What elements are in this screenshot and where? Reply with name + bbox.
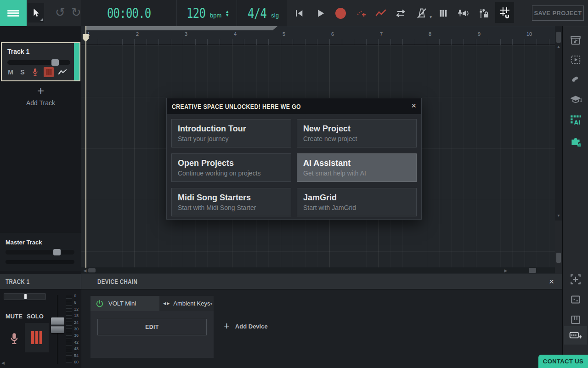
mute-button[interactable]: MUTE: [6, 313, 23, 320]
add-effects-tile[interactable]: [564, 326, 587, 345]
fader-scale-label: 42: [74, 340, 81, 345]
record-button[interactable]: [334, 6, 347, 20]
device-chain-title: DEVICE CHAIN: [97, 278, 137, 285]
cursor-tool-button[interactable]: [28, 3, 44, 23]
snap-grid-button[interactable]: [495, 2, 514, 23]
track-mute-button[interactable]: M: [5, 68, 17, 76]
scroll-left-icon[interactable]: ◀: [82, 268, 88, 273]
piano-roll-button[interactable]: [569, 313, 582, 327]
device-name-segment[interactable]: VOLT Mini: [90, 296, 159, 311]
horizontal-zoom-thumb[interactable]: [529, 268, 536, 273]
skip-to-start-button[interactable]: [292, 6, 306, 20]
solo-button[interactable]: SOLO: [27, 313, 44, 320]
track-color-accent: [74, 43, 79, 80]
master-volume-knob[interactable]: [53, 249, 61, 255]
metronome-caret-icon: ▾: [430, 15, 432, 19]
welcome-modal: CREATIVE SPACE UNLOCKED! HERE WE GO × In…: [166, 98, 422, 220]
tutorials-button[interactable]: [569, 93, 582, 107]
loop-button[interactable]: [394, 6, 407, 20]
master-track-section[interactable]: Master Track: [0, 232, 81, 271]
automation-zigzag-icon: [58, 69, 67, 75]
strip-instrument-button[interactable]: [25, 323, 49, 352]
punch-record-button[interactable]: [354, 6, 368, 20]
editor-panel-button[interactable]: [569, 293, 582, 306]
horizontal-scrollbar[interactable]: ◀ ▶: [81, 267, 555, 273]
card-title: JamGrid: [303, 192, 410, 203]
strip-mic-button[interactable]: [6, 329, 22, 348]
modal-card-jamgrid[interactable]: JamGrid Start with JamGrid: [297, 188, 417, 216]
panel-scroll-left-icon[interactable]: ◀: [1, 361, 5, 365]
sig-value: 4/4: [248, 5, 266, 21]
device-card[interactable]: VOLT Mini ◀ ▶ Ambient Keys ▾ EDIT: [90, 296, 214, 358]
device-chain-close-icon[interactable]: ×: [549, 277, 554, 287]
hamburger-menu-button[interactable]: [0, 0, 27, 26]
modal-close-icon[interactable]: ×: [411, 101, 416, 111]
patterns-button[interactable]: [569, 53, 582, 67]
volume-fader-knob[interactable]: [51, 317, 64, 333]
bar-number: 7: [380, 31, 383, 37]
horizontal-scroll-thumb[interactable]: [88, 268, 96, 272]
ai-tools-button[interactable]: AI: [569, 113, 582, 127]
automation-button[interactable]: [374, 6, 388, 20]
level-meter: [66, 295, 72, 362]
scroll-down-icon[interactable]: ▼: [555, 214, 562, 218]
save-project-button[interactable]: SAVE PROJECT: [532, 6, 584, 21]
loops-library-button[interactable]: [569, 34, 582, 47]
play-button[interactable]: [314, 6, 328, 20]
track-mic-button[interactable]: [28, 67, 41, 77]
track-solo-button[interactable]: S: [17, 68, 28, 76]
modal-card-ai-assistant[interactable]: AI Assistant Get smart help with AI: [297, 153, 417, 182]
plugins-button[interactable]: [569, 135, 582, 148]
modal-card-open-projects[interactable]: Open Projects Continue working on projec…: [171, 153, 291, 182]
preset-prev-icon[interactable]: ◀: [163, 301, 166, 306]
fit-view-button[interactable]: [569, 272, 582, 286]
bar-number: 5: [283, 31, 285, 37]
modal-card-midi-song-starters[interactable]: Midi Song Starters Start with Midi Song …: [171, 188, 291, 216]
pan-slider[interactable]: [4, 293, 46, 300]
bpm-down-icon[interactable]: ▼: [225, 13, 229, 17]
top-toolbar: ↺ ↻ 00:00.0 120 bpm ▲ ▼ 4/4 sig: [0, 0, 588, 26]
piano-keyboard-button[interactable]: [436, 6, 450, 20]
modal-card-introduction-tour[interactable]: Introduction Tour Start your journey: [171, 119, 291, 147]
fader-scale-label: 6: [74, 300, 81, 305]
bpm-stepper[interactable]: ▲ ▼: [225, 10, 229, 17]
vertical-scroll-thumb[interactable]: [556, 32, 561, 43]
metronome-button[interactable]: ▾: [415, 6, 429, 20]
signature-control[interactable]: 4/4 sig: [237, 0, 287, 26]
vertical-zoom-thumb[interactable]: [556, 253, 561, 263]
track-instrument-button[interactable]: [44, 67, 54, 77]
track-volume-slider[interactable]: [7, 60, 70, 65]
track-automation-button[interactable]: [56, 67, 69, 77]
pan-knob[interactable]: [24, 294, 27, 299]
bpm-control[interactable]: 120 bpm ▲ ▼: [177, 0, 237, 26]
fader-scale-label: 36: [74, 333, 81, 338]
scroll-up-icon[interactable]: ▲: [555, 45, 562, 49]
vertical-zoom-track[interactable]: [555, 221, 562, 276]
undo-button[interactable]: ↺: [53, 6, 68, 20]
add-device-button[interactable]: + Add Device: [224, 319, 268, 333]
modal-card-new-project[interactable]: New Project Create new project: [297, 119, 417, 147]
play-icon: [316, 8, 326, 18]
preset-caret-icon[interactable]: ▾: [210, 301, 213, 306]
instruments-button[interactable]: [569, 73, 582, 87]
bar-number: 6: [331, 31, 334, 37]
master-volume-slider[interactable]: [6, 250, 74, 255]
fader-scale-label: 12: [74, 307, 81, 311]
device-edit-button[interactable]: EDIT: [97, 319, 207, 335]
mixer-lock-button[interactable]: [477, 6, 491, 20]
preset-selector[interactable]: ◀ ▶ Ambient Keys ▾: [159, 296, 214, 311]
track-tile-track1[interactable]: Track 1 M S: [1, 42, 80, 81]
input-monitor-button[interactable]: [456, 6, 470, 20]
track-volume-knob[interactable]: [51, 59, 59, 66]
film-play-icon: [570, 54, 582, 66]
scroll-right-icon[interactable]: ▶: [503, 268, 509, 273]
fader-scale-label: 60: [74, 360, 81, 364]
loop-region-strip[interactable]: [85, 26, 277, 30]
preset-next-icon[interactable]: ▶: [167, 301, 170, 306]
timeline-ruler[interactable]: 1 2 3 4 5 6 7 8 9 10: [81, 26, 555, 45]
add-track-button[interactable]: + Add Track: [0, 84, 81, 116]
vertical-scrollbar[interactable]: ▲ ▼: [555, 26, 562, 276]
contact-us-button[interactable]: CONTACT US: [538, 355, 588, 368]
mic-icon: [32, 68, 39, 76]
card-subtitle: Start with JamGrid: [303, 204, 410, 211]
